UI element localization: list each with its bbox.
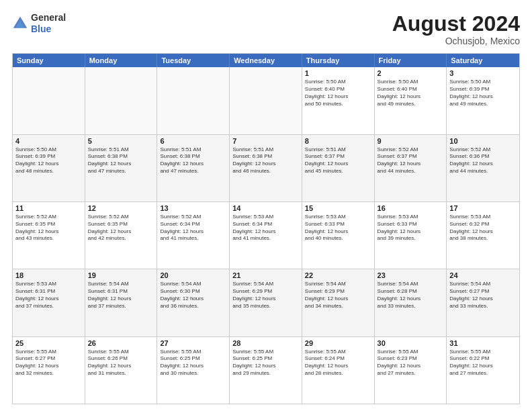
logo-icon [12,15,28,32]
month-title: August 2024 [392,12,520,36]
day-info-26: Sunrise: 5:55 AM Sunset: 6:26 PM Dayligh… [88,349,154,377]
header-wednesday: Wednesday [230,54,302,67]
day-num-28: 28 [232,339,299,347]
day-info-9: Sunrise: 5:52 AM Sunset: 6:37 PM Dayligh… [378,146,444,175]
day-num-29: 29 [305,339,371,347]
day-num-17: 17 [449,204,517,212]
cal-cell-r0-c1 [85,67,158,134]
title-block: August 2024 Ochusjob, Mexico [392,12,520,46]
logo-general: General [31,12,66,24]
header-friday: Friday [375,54,447,67]
cal-row-4: 25Sunrise: 5:55 AM Sunset: 6:27 PM Dayli… [13,337,519,404]
cal-cell-r3-c1: 19Sunrise: 5:54 AM Sunset: 6:31 PM Dayli… [85,269,158,336]
day-info-11: Sunrise: 5:52 AM Sunset: 6:35 PM Dayligh… [15,214,82,242]
cal-cell-r2-c4: 15Sunrise: 5:53 AM Sunset: 6:33 PM Dayli… [302,202,375,269]
day-num-4: 4 [15,137,82,145]
cal-cell-r1-c5: 9Sunrise: 5:52 AM Sunset: 6:37 PM Daylig… [375,135,447,201]
day-info-20: Sunrise: 5:54 AM Sunset: 6:30 PM Dayligh… [160,281,226,310]
day-info-12: Sunrise: 5:52 AM Sunset: 6:35 PM Dayligh… [88,214,154,242]
day-num-22: 22 [305,271,371,279]
logo-blue: Blue [31,24,66,35]
day-num-10: 10 [449,137,517,145]
day-info-23: Sunrise: 5:54 AM Sunset: 6:28 PM Dayligh… [378,281,444,310]
day-num-14: 14 [232,204,299,212]
cal-cell-r1-c6: 10Sunrise: 5:52 AM Sunset: 6:36 PM Dayli… [447,135,519,201]
cal-cell-r2-c0: 11Sunrise: 5:52 AM Sunset: 6:35 PM Dayli… [13,202,85,269]
day-info-4: Sunrise: 5:50 AM Sunset: 6:39 PM Dayligh… [15,146,82,175]
cal-cell-r2-c1: 12Sunrise: 5:52 AM Sunset: 6:35 PM Dayli… [85,202,158,269]
cal-cell-r0-c6: 3Sunrise: 5:50 AM Sunset: 6:39 PM Daylig… [447,67,519,134]
cal-cell-r3-c6: 24Sunrise: 5:54 AM Sunset: 6:27 PM Dayli… [447,269,519,336]
header-saturday: Saturday [447,54,519,67]
calendar: Sunday Monday Tuesday Wednesday Thursday… [12,53,520,404]
day-info-6: Sunrise: 5:51 AM Sunset: 6:38 PM Dayligh… [160,146,226,175]
cal-cell-r4-c4: 29Sunrise: 5:55 AM Sunset: 6:24 PM Dayli… [302,337,375,404]
day-info-18: Sunrise: 5:53 AM Sunset: 6:31 PM Dayligh… [15,281,82,310]
day-num-8: 8 [305,137,371,145]
day-info-2: Sunrise: 5:50 AM Sunset: 6:40 PM Dayligh… [378,79,444,107]
day-info-15: Sunrise: 5:53 AM Sunset: 6:33 PM Dayligh… [305,214,371,242]
day-num-5: 5 [88,137,154,145]
day-num-24: 24 [449,271,517,279]
day-info-3: Sunrise: 5:50 AM Sunset: 6:39 PM Dayligh… [449,79,517,107]
day-num-6: 6 [160,137,226,145]
cal-cell-r4-c0: 25Sunrise: 5:55 AM Sunset: 6:27 PM Dayli… [13,337,85,404]
cal-cell-r3-c3: 21Sunrise: 5:54 AM Sunset: 6:29 PM Dayli… [230,269,302,336]
cal-cell-r2-c3: 14Sunrise: 5:53 AM Sunset: 6:34 PM Dayli… [230,202,302,269]
logo: General Blue [12,12,66,35]
header-thursday: Thursday [302,54,375,67]
day-info-8: Sunrise: 5:51 AM Sunset: 6:37 PM Dayligh… [305,146,371,175]
day-info-21: Sunrise: 5:54 AM Sunset: 6:29 PM Dayligh… [232,281,299,310]
cal-cell-r1-c4: 8Sunrise: 5:51 AM Sunset: 6:37 PM Daylig… [302,135,375,201]
day-info-7: Sunrise: 5:51 AM Sunset: 6:38 PM Dayligh… [232,146,299,175]
cal-cell-r3-c0: 18Sunrise: 5:53 AM Sunset: 6:31 PM Dayli… [13,269,85,336]
location: Ochusjob, Mexico [392,36,520,46]
day-info-24: Sunrise: 5:54 AM Sunset: 6:27 PM Dayligh… [449,281,517,310]
day-num-21: 21 [232,271,299,279]
day-num-25: 25 [15,339,82,347]
day-info-27: Sunrise: 5:55 AM Sunset: 6:25 PM Dayligh… [160,349,226,377]
day-num-18: 18 [15,271,82,279]
day-num-20: 20 [160,271,226,279]
header: General Blue August 2024 Ochusjob, Mexic… [12,12,520,46]
day-info-19: Sunrise: 5:54 AM Sunset: 6:31 PM Dayligh… [88,281,154,310]
day-num-19: 19 [88,271,154,279]
cal-cell-r1-c2: 6Sunrise: 5:51 AM Sunset: 6:38 PM Daylig… [157,135,230,201]
day-info-14: Sunrise: 5:53 AM Sunset: 6:34 PM Dayligh… [232,214,299,242]
day-info-28: Sunrise: 5:55 AM Sunset: 6:25 PM Dayligh… [232,349,299,377]
logo-text: General Blue [31,12,66,35]
calendar-header: Sunday Monday Tuesday Wednesday Thursday… [13,54,519,67]
cal-row-1: 4Sunrise: 5:50 AM Sunset: 6:39 PM Daylig… [13,135,519,202]
cal-cell-r1-c1: 5Sunrise: 5:51 AM Sunset: 6:38 PM Daylig… [85,135,158,201]
cal-cell-r4-c1: 26Sunrise: 5:55 AM Sunset: 6:26 PM Dayli… [85,337,158,404]
cal-cell-r4-c2: 27Sunrise: 5:55 AM Sunset: 6:25 PM Dayli… [157,337,230,404]
cal-cell-r0-c0 [13,67,85,134]
day-num-16: 16 [378,204,444,212]
day-num-13: 13 [160,204,226,212]
cal-cell-r0-c2 [157,67,230,134]
header-sunday: Sunday [13,54,85,67]
cal-cell-r2-c2: 13Sunrise: 5:52 AM Sunset: 6:34 PM Dayli… [157,202,230,269]
day-num-26: 26 [88,339,154,347]
day-num-27: 27 [160,339,226,347]
cal-cell-r1-c0: 4Sunrise: 5:50 AM Sunset: 6:39 PM Daylig… [13,135,85,201]
day-num-7: 7 [232,137,299,145]
day-num-12: 12 [88,204,154,212]
cal-cell-r1-c3: 7Sunrise: 5:51 AM Sunset: 6:38 PM Daylig… [230,135,302,201]
cal-cell-r3-c2: 20Sunrise: 5:54 AM Sunset: 6:30 PM Dayli… [157,269,230,336]
cal-cell-r2-c6: 17Sunrise: 5:53 AM Sunset: 6:32 PM Dayli… [447,202,519,269]
cal-cell-r0-c4: 1Sunrise: 5:50 AM Sunset: 6:40 PM Daylig… [302,67,375,134]
cal-cell-r4-c3: 28Sunrise: 5:55 AM Sunset: 6:25 PM Dayli… [230,337,302,404]
day-info-13: Sunrise: 5:52 AM Sunset: 6:34 PM Dayligh… [160,214,226,242]
day-num-1: 1 [305,69,371,77]
day-info-25: Sunrise: 5:55 AM Sunset: 6:27 PM Dayligh… [15,349,82,377]
day-info-29: Sunrise: 5:55 AM Sunset: 6:24 PM Dayligh… [305,349,371,377]
day-num-11: 11 [15,204,82,212]
cal-row-0: 1Sunrise: 5:50 AM Sunset: 6:40 PM Daylig… [13,67,519,134]
cal-row-3: 18Sunrise: 5:53 AM Sunset: 6:31 PM Dayli… [13,269,519,336]
day-info-30: Sunrise: 5:55 AM Sunset: 6:23 PM Dayligh… [378,349,444,377]
cal-cell-r3-c4: 22Sunrise: 5:54 AM Sunset: 6:29 PM Dayli… [302,269,375,336]
day-info-31: Sunrise: 5:55 AM Sunset: 6:22 PM Dayligh… [449,349,517,377]
cal-cell-r0-c3 [230,67,302,134]
day-info-10: Sunrise: 5:52 AM Sunset: 6:36 PM Dayligh… [449,146,517,175]
